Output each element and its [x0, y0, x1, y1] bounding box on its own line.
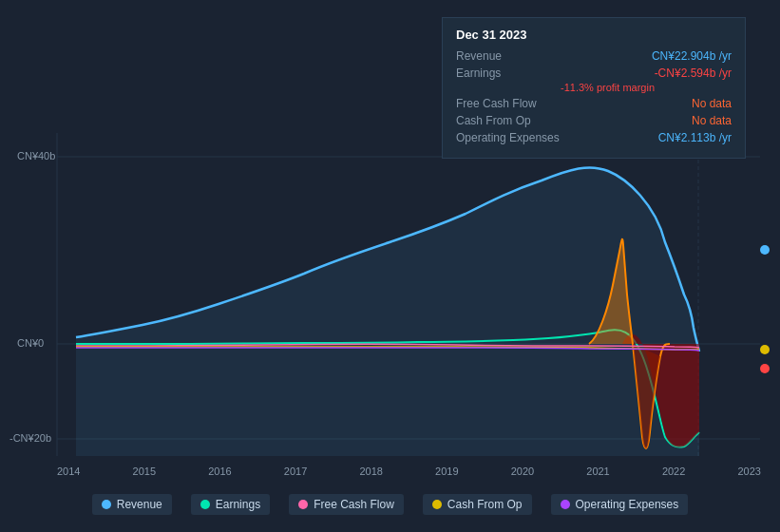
legend-label-cashfromop: Cash From Op: [447, 498, 523, 511]
y-label-neg20b: -CN¥20b: [10, 432, 51, 444]
tooltip-value-fcf: No data: [692, 97, 732, 110]
tooltip-sub-margin: -11.3% profit margin: [561, 82, 732, 93]
x-label-2014: 2014: [57, 466, 80, 477]
x-label-2021: 2021: [586, 466, 609, 477]
x-label-2023: 2023: [737, 466, 760, 477]
tooltip-row-opex: Operating Expenses CN¥2.113b /yr: [456, 131, 732, 144]
tooltip-row-revenue: Revenue CN¥22.904b /yr: [456, 49, 732, 63]
x-axis-labels: 2014 2015 2016 2017 2018 2019 2020 2021 …: [57, 466, 761, 477]
chart-container: Dec 31 2023 Revenue CN¥22.904b /yr Earni…: [0, 0, 780, 532]
tooltip-label-opex: Operating Expenses: [456, 131, 561, 144]
y-label-0: CN¥0: [17, 337, 44, 349]
tooltip-label-earnings: Earnings: [456, 66, 561, 80]
legend-dot-earnings: [200, 500, 210, 509]
tooltip-panel: Dec 31 2023 Revenue CN¥22.904b /yr Earni…: [442, 17, 746, 159]
tooltip-row-earnings: Earnings -CN¥2.594b /yr: [456, 66, 732, 80]
svg-point-6: [760, 245, 770, 255]
svg-point-8: [760, 364, 770, 373]
x-label-2022: 2022: [662, 466, 685, 477]
legend-item-revenue[interactable]: Revenue: [92, 494, 172, 515]
legend-label-earnings: Earnings: [216, 498, 260, 511]
x-label-2016: 2016: [208, 466, 231, 477]
legend-label-fcf: Free Cash Flow: [314, 498, 394, 511]
tooltip-value-earnings: -CN¥2.594b /yr: [655, 66, 732, 80]
x-label-2019: 2019: [435, 466, 458, 477]
legend-item-earnings[interactable]: Earnings: [191, 494, 270, 515]
tooltip-date: Dec 31 2023: [456, 28, 732, 42]
legend-item-cashfromop[interactable]: Cash From Op: [423, 494, 532, 515]
tooltip-row-cashfromop: Cash From Op No data: [456, 114, 732, 127]
chart-legend: Revenue Earnings Free Cash Flow Cash Fro…: [0, 494, 780, 515]
tooltip-row-fcf: Free Cash Flow No data: [456, 97, 732, 110]
tooltip-value-revenue: CN¥22.904b /yr: [652, 49, 732, 63]
legend-item-fcf[interactable]: Free Cash Flow: [289, 494, 404, 515]
legend-label-opex: Operating Expenses: [576, 498, 679, 511]
legend-dot-fcf: [298, 500, 308, 509]
x-label-2018: 2018: [359, 466, 382, 477]
x-label-2020: 2020: [511, 466, 534, 477]
x-label-2017: 2017: [284, 466, 307, 477]
svg-point-7: [760, 345, 770, 354]
legend-dot-revenue: [102, 500, 111, 509]
legend-dot-opex: [561, 500, 570, 509]
legend-item-opex[interactable]: Operating Expenses: [551, 494, 689, 515]
legend-label-revenue: Revenue: [117, 498, 162, 511]
tooltip-label-revenue: Revenue: [456, 49, 561, 63]
tooltip-label-cashfromop: Cash From Op: [456, 114, 561, 127]
tooltip-label-fcf: Free Cash Flow: [456, 97, 561, 110]
legend-dot-cashfromop: [432, 500, 442, 509]
x-label-2015: 2015: [133, 466, 156, 477]
y-label-40b: CN¥40b: [17, 150, 55, 162]
tooltip-value-cashfromop: No data: [692, 114, 732, 127]
tooltip-value-opex: CN¥2.113b /yr: [658, 131, 732, 144]
